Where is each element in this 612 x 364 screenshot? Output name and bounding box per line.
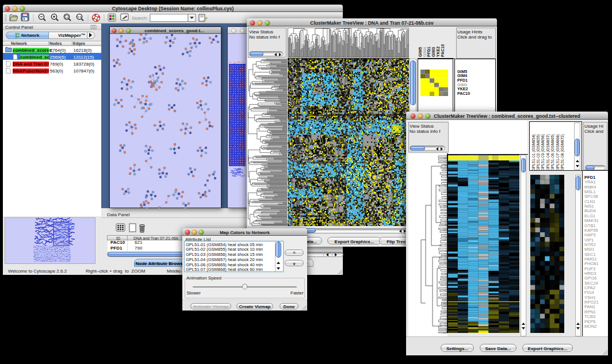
svg-text:Search:: Search: — [132, 16, 148, 21]
svg-text:GPL51-01 (GSM854): GPL51-01 (GSM854) — [531, 134, 536, 171]
svg-text:PFD1: PFD1 — [427, 47, 431, 57]
svg-text:GIM3: GIM3 — [431, 47, 435, 57]
svg-text:PAC10: PAC10 — [441, 44, 445, 57]
svg-text:1:1: 1:1 — [78, 16, 82, 18]
svg-text:GPL51-02 (GSM855): GPL51-02 (GSM855) — [536, 134, 541, 171]
svg-text:GPL51-03 (GSM856): GPL51-03 (GSM856) — [541, 134, 545, 171]
svg-text:GPL51-06 (GSM865): GPL51-06 (GSM865) — [550, 134, 555, 171]
svg-text:YKE2: YKE2 — [436, 47, 440, 57]
svg-text:GPL51-08 (GSM872): GPL51-08 (GSM872) — [560, 134, 565, 171]
svg-text:GIM5: GIM5 — [418, 47, 422, 57]
svg-text:GPL51-04 (GSM857): GPL51-04 (GSM857) — [546, 134, 550, 171]
svg-text:GIM4: GIM4 — [423, 47, 427, 57]
svg-text:GPL51-07 (GSM868): GPL51-07 (GSM868) — [556, 134, 560, 171]
